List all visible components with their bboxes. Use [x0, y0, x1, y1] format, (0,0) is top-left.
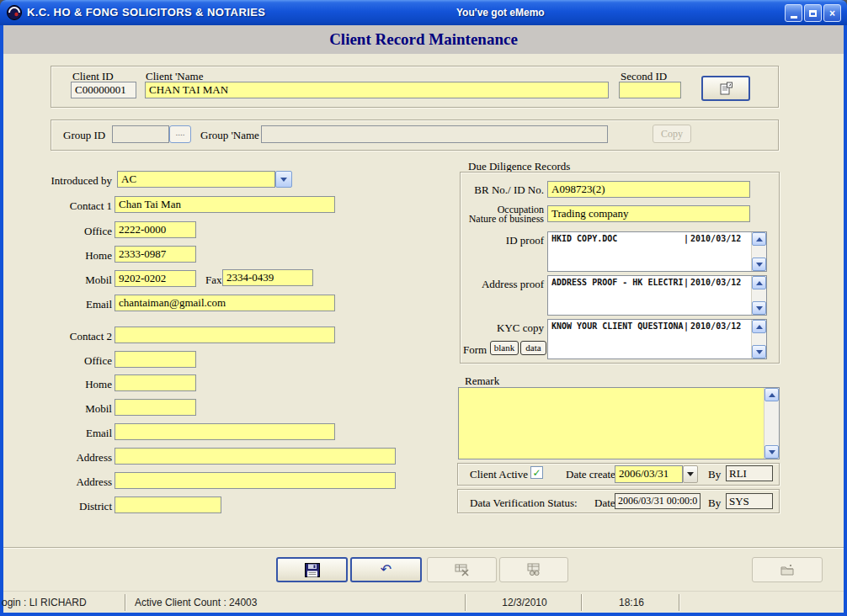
id-proof-row[interactable]: HKID COPY.DOC|2010/03/12 | [548, 232, 766, 243]
copy-button[interactable]: Copy [653, 125, 691, 143]
scroll-down-button[interactable] [752, 345, 766, 358]
save-button[interactable] [276, 557, 348, 582]
occupation-field[interactable]: Trading company [547, 205, 750, 222]
kyc-scrollbar[interactable] [751, 320, 766, 358]
address-proof-listbox[interactable]: ADDRESS PROOF - HK ELECTRIC|2010/03/12 | [547, 275, 767, 316]
scroll-up-icon [769, 393, 775, 397]
address2-field[interactable] [115, 472, 396, 489]
open-folder-button[interactable] [752, 557, 823, 582]
date-create-select[interactable]: 2006/03/31 [615, 465, 683, 483]
maximize-button[interactable] [804, 4, 822, 22]
office2-field[interactable] [115, 351, 196, 368]
br-no-label: BR No./ ID No. [463, 183, 544, 197]
district-label: District [12, 500, 112, 513]
contact2-field[interactable] [115, 327, 335, 343]
undo-button[interactable]: ↶ [350, 557, 422, 582]
undo-icon: ↶ [381, 563, 392, 576]
scroll-down-button[interactable] [752, 258, 766, 271]
contact1-field[interactable]: Chan Tai Man [115, 196, 335, 213]
occupation-label-line2: Nature of business [446, 213, 544, 226]
email1-field[interactable]: chantaiman@gmail.com [115, 295, 335, 311]
dropdown-arrow-icon [687, 472, 694, 476]
close-icon: × [829, 8, 835, 19]
window-titlebar: K.C. HO & FONG SOLICITORS & NOTARIES You… [0, 0, 847, 25]
home1-label: Home [12, 249, 112, 263]
client-name-field[interactable]: CHAN TAI MAN [145, 82, 609, 98]
address1-field[interactable] [115, 448, 396, 465]
introduced-by-dropdown-button[interactable] [275, 171, 292, 188]
address2-label: Address [12, 475, 112, 489]
verification-date-field[interactable]: 2006/03/31 00:00:0 [615, 493, 701, 509]
mobil2-field[interactable] [115, 399, 196, 416]
district-field[interactable] [115, 497, 221, 513]
fax-field[interactable]: 2334-0439 [222, 269, 313, 286]
verified-by-label: By [708, 497, 721, 510]
scroll-up-button[interactable] [752, 232, 766, 246]
scroll-down-icon [769, 450, 775, 454]
id-proof-scrollbar[interactable] [751, 232, 766, 271]
id-proof-listbox[interactable]: HKID COPY.DOC|2010/03/12 | [547, 231, 767, 272]
kyc-copy-label: KYC copy [463, 321, 544, 335]
kyc-listbox[interactable]: KNOW YOUR CLIENT QUESTIONA|2010/03/12 | [547, 319, 767, 359]
application-window: K.C. HO & FONG SOLICITORS & NOTARIES You… [0, 0, 847, 616]
client-count-status: Active Client Count : 24003 [135, 597, 257, 608]
address-proof-scrollbar[interactable] [751, 276, 766, 315]
scroll-up-icon [756, 281, 763, 285]
scroll-up-button[interactable] [752, 276, 766, 289]
date-create-label: Date create [566, 468, 615, 481]
client-id-field[interactable]: C00000001 [71, 82, 136, 98]
properties-button[interactable] [701, 76, 750, 101]
verification-date-label: Date [594, 497, 615, 510]
mobil1-label: Mobil [12, 273, 112, 287]
contact2-label: Contact 2 [12, 330, 112, 343]
introduced-by-select[interactable]: AC [117, 171, 275, 188]
office1-field[interactable]: 2222-0000 [115, 221, 196, 238]
created-by-field[interactable]: RLI [726, 465, 773, 481]
scroll-down-button[interactable] [752, 301, 766, 315]
status-bar: ogin : LI RICHARD Active Client Count : … [3, 591, 844, 613]
delete-record-button[interactable] [427, 557, 497, 582]
introduced-by-label: Introduced by [12, 174, 112, 188]
scroll-down-icon [756, 263, 763, 267]
remark-label: Remark [465, 374, 499, 388]
close-button[interactable]: × [823, 4, 841, 22]
column-separator: | [684, 321, 689, 331]
remark-scrollbar[interactable] [764, 388, 779, 459]
fax-label: Fax [205, 273, 222, 287]
browse-group-button[interactable]: .... [169, 125, 191, 143]
group-id-label: Group ID [63, 129, 105, 142]
client-active-checkbox[interactable]: ✓ [530, 466, 543, 479]
address-proof-row[interactable]: ADDRESS PROOF - HK ELECTRIC|2010/03/12 | [548, 276, 766, 287]
remark-textarea[interactable] [458, 387, 780, 459]
find-record-button[interactable] [499, 557, 568, 582]
minimize-button[interactable] [785, 4, 802, 22]
statusbar-divider [125, 594, 126, 611]
br-no-field[interactable]: A098723(2) [547, 181, 750, 198]
group-id-field[interactable] [112, 125, 169, 143]
window-title: K.C. HO & FONG SOLICITORS & NOTARIES [27, 6, 265, 19]
verified-by-field[interactable]: SYS [726, 493, 773, 509]
id-proof-date: 2010/03/12 [690, 234, 746, 243]
mobil1-field[interactable]: 9202-0202 [115, 270, 196, 287]
save-floppy-icon [305, 563, 320, 577]
form-blank-button[interactable]: blank [490, 341, 519, 355]
kyc-row[interactable]: KNOW YOUR CLIENT QUESTIONA|2010/03/12 | [548, 320, 766, 331]
scroll-up-button[interactable] [752, 320, 766, 333]
group-name-field[interactable] [261, 125, 608, 143]
home2-field[interactable] [115, 374, 196, 391]
scroll-down-button[interactable] [764, 445, 779, 459]
dropdown-arrow-icon [280, 178, 287, 182]
address-proof-doc: ADDRESS PROOF - HK ELECTRIC [551, 278, 684, 287]
date-create-dropdown-button[interactable] [683, 465, 698, 483]
second-id-field[interactable] [619, 82, 681, 98]
home2-label: Home [12, 378, 112, 391]
home1-field[interactable]: 2333-0987 [115, 246, 196, 263]
scroll-up-button[interactable] [764, 388, 779, 401]
email2-field[interactable] [115, 423, 335, 440]
folder-icon [780, 564, 795, 576]
ememo-notification: You've got eMemo [456, 7, 545, 19]
form-data-button[interactable]: data [520, 341, 546, 355]
minimize-icon [791, 16, 797, 19]
form-label: Form [463, 343, 487, 357]
address-proof-label: Address proof [463, 278, 544, 291]
